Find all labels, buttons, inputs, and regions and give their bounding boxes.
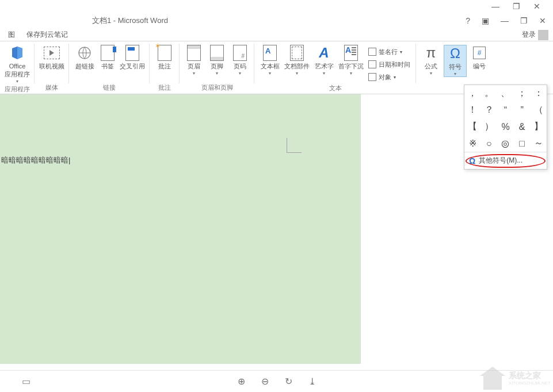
docparts-button[interactable]: 文档部件 ▾ xyxy=(283,45,311,76)
caret-icon: ▾ xyxy=(216,71,218,76)
number-button[interactable]: # 编号 xyxy=(468,45,491,70)
pagenumber-button[interactable]: # 页码 ▾ xyxy=(229,45,251,76)
textbox-button[interactable]: A 文本框 ▾ xyxy=(258,45,282,76)
outer-minimize-button[interactable]: — xyxy=(490,2,501,11)
object-icon xyxy=(368,73,376,81)
dropcap-label: 首字下沉 xyxy=(338,62,364,70)
comment-icon: ✶ xyxy=(157,45,173,61)
outer-restore-button[interactable]: ❐ xyxy=(510,2,522,11)
symbol-dropdown-panel: ，。、；：！？“”（【）%&】※○◎□～ Ω 其他符号(M)... xyxy=(464,84,547,170)
close-button[interactable]: ✕ xyxy=(537,16,548,25)
docparts-label: 文档部件 xyxy=(284,62,310,70)
number-icon: # xyxy=(471,45,487,61)
title-controls: ? ▣ — ❐ ✕ xyxy=(463,16,548,25)
comment-button[interactable]: ✶ 批注 xyxy=(153,45,176,70)
symbol-cell[interactable]: % xyxy=(497,118,514,135)
user-avatar-icon[interactable] xyxy=(538,30,548,40)
number-label: 编号 xyxy=(473,62,486,70)
symbol-cell[interactable]: ； xyxy=(514,85,531,102)
ribbon-group-app: Office 应用程序 ▾ 应用程序 xyxy=(0,41,35,94)
outer-window-controls: — ❐ ✕ xyxy=(490,0,553,13)
caret-icon: ▾ xyxy=(239,71,241,76)
minimize-button[interactable]: — xyxy=(498,16,511,25)
document-text[interactable]: 暗暗暗暗暗暗暗暗暗| xyxy=(1,155,70,166)
crossref-icon xyxy=(124,45,140,61)
hyperlink-button[interactable]: 超链接 xyxy=(73,45,97,70)
symbol-cell[interactable]: ， xyxy=(464,85,481,102)
group-label-headerfooter: 页眉和页脚 xyxy=(183,82,251,94)
symbol-cell[interactable]: ～ xyxy=(530,135,547,152)
symbol-cell[interactable]: 、 xyxy=(497,85,514,102)
symbol-cell[interactable]: ？ xyxy=(481,102,498,118)
equation-button[interactable]: π 公式 ▾ xyxy=(419,45,443,76)
tab-save-cloud[interactable]: 保存到云笔记 xyxy=(21,29,74,41)
symbol-cell[interactable]: 。 xyxy=(481,85,498,102)
symbol-cell[interactable]: & xyxy=(514,118,531,135)
caret-icon: ▾ xyxy=(193,71,195,76)
footer-label: 页脚 xyxy=(211,62,223,70)
pagenumber-icon: # xyxy=(232,45,248,61)
wordart-label: 艺术字 xyxy=(315,62,334,70)
symbol-cell[interactable]: ： xyxy=(530,85,547,102)
wordart-button[interactable]: A 艺术字 ▾ xyxy=(312,45,336,76)
footer-button[interactable]: 页脚 ▾ xyxy=(206,45,228,76)
symbol-cell[interactable]: （ xyxy=(530,102,547,118)
help-button[interactable]: ? xyxy=(463,16,472,25)
object-button[interactable]: 对象▾ xyxy=(368,71,410,83)
symbol-grid: ，。、；：！？“”（【）%&】※○◎□～ xyxy=(464,85,547,152)
symbol-cell[interactable]: ） xyxy=(481,118,498,135)
ribbon-group-text: A 文本框 ▾ 文档部件 ▾ A 艺术字 ▾ A 首字下沉 ▾ 签名行▾ 日期 xyxy=(254,41,416,94)
document-page[interactable]: 暗暗暗暗暗暗暗暗暗| xyxy=(0,94,361,364)
header-button[interactable]: 页眉 ▾ xyxy=(183,45,205,76)
ribbon-group-comments: ✶ 批注 批注 xyxy=(150,41,180,94)
comment-label: 批注 xyxy=(158,62,171,70)
datetime-button[interactable]: 日期和时间 xyxy=(368,59,410,70)
more-symbols-label: 其他符号(M)... xyxy=(479,156,523,166)
group-label-links: 链接 xyxy=(73,82,146,94)
symbol-cell[interactable]: 】 xyxy=(530,118,547,135)
restore-button[interactable]: ❐ xyxy=(518,16,530,25)
office-app-button[interactable]: Office 应用程序 ▾ xyxy=(3,45,31,84)
docparts-icon xyxy=(289,45,305,61)
outer-close-button[interactable]: ✕ xyxy=(531,2,543,11)
caret-icon: ▾ xyxy=(269,71,271,76)
login-link[interactable]: 登录 xyxy=(522,30,536,40)
crossref-button[interactable]: 交叉引用 xyxy=(119,45,146,70)
symbol-cell[interactable]: □ xyxy=(514,135,531,152)
ribbon-group-links: 超链接 书签 交叉引用 链接 xyxy=(69,41,150,94)
zoom-in-button[interactable]: ⊕ xyxy=(238,376,245,387)
group-label-text: 文本 xyxy=(258,83,413,94)
dropcap-icon: A xyxy=(343,45,359,61)
dropcap-button[interactable]: A 首字下沉 ▾ xyxy=(337,45,365,76)
symbol-cell[interactable]: ※ xyxy=(464,135,481,152)
signature-button[interactable]: 签名行▾ xyxy=(368,46,410,57)
office-icon xyxy=(9,45,25,61)
bookmark-button[interactable]: 书签 xyxy=(98,45,117,70)
symbol-cell[interactable]: 【 xyxy=(464,118,481,135)
omega-small-icon: Ω xyxy=(469,156,475,166)
window-title: 文档1 - Microsoft Word xyxy=(92,16,168,26)
symbol-cell[interactable]: ◎ xyxy=(497,135,514,152)
video-icon xyxy=(44,45,60,61)
online-video-button[interactable]: 联机视频 xyxy=(38,45,66,70)
symbol-cell[interactable]: “ xyxy=(497,102,514,118)
equation-label: 公式 xyxy=(425,62,437,70)
caret-icon: ▾ xyxy=(296,71,298,76)
more-symbols-button[interactable]: Ω 其他符号(M)... xyxy=(464,152,547,169)
view-layout-button[interactable]: ▭ xyxy=(22,376,30,386)
tab-view[interactable]: 图 xyxy=(2,29,21,41)
office-app-label: Office 应用程序 xyxy=(5,62,30,78)
wordart-icon: A xyxy=(316,45,332,61)
textbox-icon: A xyxy=(262,45,278,61)
zoom-out-button[interactable]: ⊖ xyxy=(261,376,269,387)
symbol-button[interactable]: Ω 符号 ▾ xyxy=(444,45,467,77)
group-label-app: 应用程序 xyxy=(3,84,31,95)
caret-icon: ▾ xyxy=(430,71,432,76)
symbol-cell[interactable]: ！ xyxy=(464,102,481,118)
ribbon-options-button[interactable]: ▣ xyxy=(479,16,491,25)
symbol-cell[interactable]: ○ xyxy=(481,135,498,152)
hyperlink-label: 超链接 xyxy=(75,62,94,70)
refresh-button[interactable]: ↻ xyxy=(285,376,292,387)
download-button[interactable]: ⤓ xyxy=(308,376,316,387)
symbol-cell[interactable]: ” xyxy=(514,102,531,118)
